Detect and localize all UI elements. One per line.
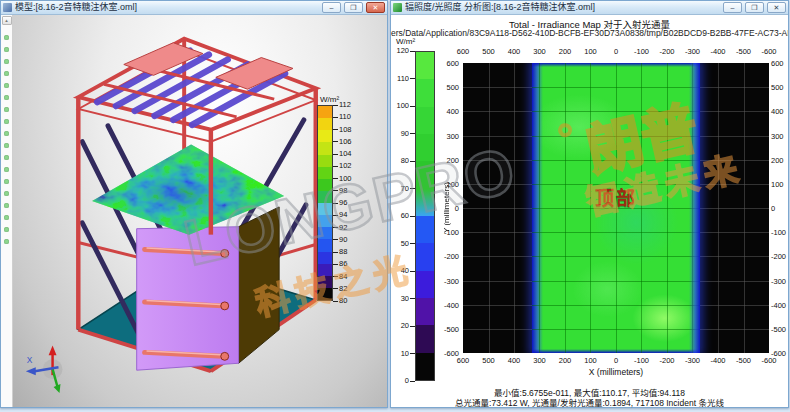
- colorbar-tick-label: 106: [333, 138, 352, 146]
- x-axis-tick-label: 200: [559, 356, 572, 365]
- colorbar-tick-label: 98: [333, 187, 347, 195]
- y-axis-tick-label: 500: [446, 83, 459, 92]
- x-axis-tick-label: -600: [761, 356, 776, 365]
- colorbar-segment: [318, 215, 332, 227]
- close-button[interactable]: ✕: [366, 2, 385, 13]
- x-axis-tick-label: 600: [457, 47, 470, 56]
- stats-line-2: 总光通量:73.412 W, 光通量/发射光通量:0.1894, 717108 …: [391, 396, 788, 408]
- gridline: [532, 111, 700, 112]
- device-box: [137, 207, 279, 370]
- minimize-button[interactable]: –: [723, 2, 742, 13]
- model-tree-strip[interactable]: ▴: [1, 15, 13, 407]
- map-colorbar: 1201101009080706050403020100: [393, 51, 435, 381]
- y-axis-tick-label: -500: [771, 324, 786, 333]
- y-axis-tick-label: -200: [444, 252, 459, 261]
- y-axis-tick-label: -300: [771, 276, 786, 285]
- x-axis-tick-label: 500: [482, 47, 495, 56]
- x-axis-tick-label: -400: [710, 47, 725, 56]
- close-button[interactable]: ✕: [767, 2, 786, 13]
- colorbar-segment: [318, 106, 332, 118]
- y-axis-tick-label: 300: [771, 131, 784, 140]
- colorbar-segment: [318, 167, 332, 179]
- tree-node-dot: [4, 83, 9, 88]
- gridline: [532, 160, 700, 161]
- tree-node-dot: [4, 203, 9, 208]
- y-axis-tick-label: 0: [455, 204, 459, 213]
- colorbar-segment: [318, 288, 332, 300]
- gridline: [532, 256, 700, 257]
- map-annotation: 顶部: [595, 183, 637, 210]
- colorbar-tick-label: 10: [401, 350, 415, 358]
- x-axis-tick-label: 300: [533, 47, 546, 56]
- gridline: [532, 87, 700, 88]
- x-axis-tick-label: -100: [634, 47, 649, 56]
- colorbar-segment: [416, 52, 434, 79]
- x-axis-tick-label: -500: [736, 356, 751, 365]
- model-colorbar-gradient: [317, 105, 333, 301]
- y-axis-tick-label: 100: [771, 179, 784, 188]
- tree-node-dot: [4, 119, 9, 124]
- minimize-button[interactable]: –: [322, 2, 341, 13]
- x-axis-tick-label: 400: [508, 47, 521, 56]
- colorbar-segment: [318, 239, 332, 251]
- tree-node-dot: [4, 239, 9, 244]
- strip-collapse-button[interactable]: ▴: [2, 16, 12, 25]
- irradiance-window-icon: [393, 3, 402, 12]
- irradiance-map-plot[interactable]: 顶部: [463, 63, 769, 353]
- colorbar-tick-label: 100: [333, 175, 352, 183]
- gridline: [532, 305, 700, 306]
- colorbar-segment: [416, 216, 434, 243]
- colorbar-segment: [318, 264, 332, 276]
- colorbar-segment: [318, 191, 332, 203]
- x-axis-tick-label: -600: [761, 47, 776, 56]
- x-axis-tick-label: 200: [559, 47, 572, 56]
- colorbar-tick-label: 112: [333, 101, 351, 109]
- x-axis-tick-label: 100: [584, 356, 597, 365]
- colorbar-tick-label: 90: [333, 236, 347, 244]
- model-colorbar-ticks: 1121101081061041021009896949290888684828…: [333, 105, 369, 301]
- colorbar-segment: [318, 203, 332, 215]
- colorbar-segment: [416, 189, 434, 216]
- colorbar-segment: [318, 179, 332, 191]
- tree-node-dot: [4, 131, 9, 136]
- restore-button[interactable]: ❐: [745, 2, 764, 13]
- colorbar-tick-label: 30: [401, 295, 415, 303]
- colorbar-tick-label: 110: [333, 113, 351, 121]
- colorbar-tick-label: 84: [333, 273, 347, 281]
- irradiance-window-titlebar[interactable]: 辐照度/光照度 分析图:[8.16-2音特糖注休室.oml] – ❐ ✕: [391, 1, 788, 15]
- model-tree-dots: [4, 28, 9, 250]
- y-axis-tick-label: -100: [771, 228, 786, 237]
- x-axis-tick-label: 600: [457, 356, 470, 365]
- model-viewport[interactable]: X W/m² 112110108106104102100989694929088…: [13, 15, 387, 407]
- axis-triad: X: [26, 345, 63, 392]
- tree-node-dot: [4, 71, 9, 76]
- x-axis-tick-label: 400: [508, 356, 521, 365]
- tree-node-dot: [4, 59, 9, 64]
- colorbar-tick-label: 110: [397, 75, 415, 83]
- colorbar-tick-label: 60: [401, 212, 415, 220]
- y-axis-tick-label: -500: [444, 324, 459, 333]
- tree-node-dot: [4, 179, 9, 184]
- restore-button[interactable]: ❐: [344, 2, 363, 13]
- x-axis-tick-label: -300: [685, 356, 700, 365]
- y-axis-tick-label: 600: [446, 59, 459, 68]
- colorbar-segment: [416, 298, 434, 325]
- model-window-titlebar[interactable]: 模型:[8.16-2音特糖注休室.oml] – ❐ ✕: [1, 1, 387, 15]
- x-axis-tick-label: 300: [533, 356, 546, 365]
- x-axis-tick-label: 100: [584, 47, 597, 56]
- x-axis-tick-label: -400: [710, 356, 725, 365]
- colorbar-tick-label: 86: [333, 260, 347, 268]
- colorbar-tick-label: 100: [396, 102, 415, 110]
- x-axis-tick-label: -200: [659, 356, 674, 365]
- colorbar-tick-label: 80: [401, 157, 415, 165]
- colorbar-tick-label: 94: [333, 211, 347, 219]
- tree-node-dot: [4, 47, 9, 52]
- y-axis-tick-label: 600: [771, 59, 784, 68]
- map-colorbar-gradient: [415, 51, 435, 381]
- colorbar-segment: [318, 142, 332, 154]
- tree-node-dot: [4, 107, 9, 112]
- y-axis-tick-label: -100: [444, 228, 459, 237]
- irradiance-window-title: 辐照度/光照度 分析图:[8.16-2音特糖注休室.oml]: [405, 1, 720, 14]
- colorbar-segment: [318, 118, 332, 130]
- colorbar-tick-label: 20: [401, 322, 415, 330]
